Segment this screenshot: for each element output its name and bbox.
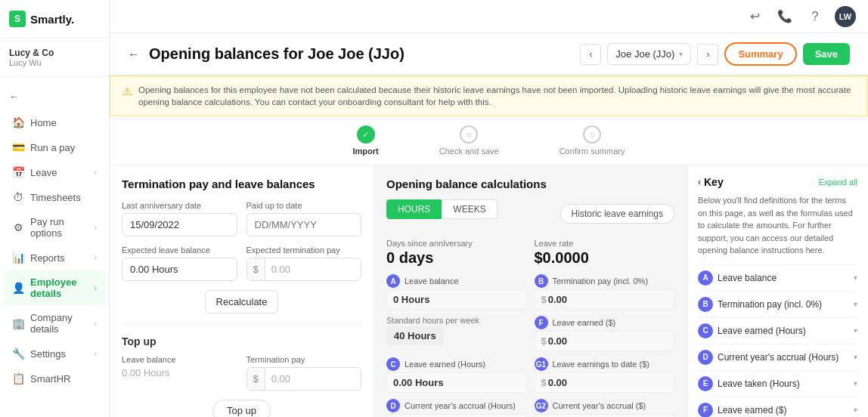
key-item-c[interactable]: C Leave earned (Hours) ▾ <box>698 317 857 344</box>
sidebar-item-run-a-pay[interactable]: 💳 Run a pay <box>3 135 106 159</box>
prev-employee-button[interactable]: ‹ <box>580 44 601 65</box>
key-title-text: Key <box>704 176 724 188</box>
leave-icon: 📅 <box>12 166 24 178</box>
label-b: Termination pay (incl. 0%) <box>553 276 649 286</box>
employee-selector[interactable]: Joe Joe (JJo) ▾ <box>607 43 691 65</box>
step-check-save[interactable]: ○ Check and save <box>439 125 499 156</box>
step-import[interactable]: ✓ Import <box>353 125 379 156</box>
user-avatar[interactable]: LW <box>835 6 856 27</box>
calc-row-ab: A Leave balance 0 Hours B Termination pa… <box>386 274 674 310</box>
expected-term-input-group: $ <box>246 258 362 281</box>
value-a: 0 Hours <box>386 289 527 310</box>
sidebar-item-settings[interactable]: 🔧 Settings › <box>3 341 106 366</box>
reply-icon[interactable]: ↩ <box>744 6 765 27</box>
calc-item-c: C Leave earned (Hours) 0.00 Hours <box>386 357 527 393</box>
termination-pay-input[interactable] <box>265 368 361 390</box>
key-title: ‹ Key <box>698 176 724 188</box>
key-item-f[interactable]: F Leave earned ($) ▾ <box>698 397 857 417</box>
label-g2: Current year's accrual ($) <box>553 401 646 410</box>
expand-all-button[interactable]: Expand all <box>819 178 857 187</box>
page-title: Opening balances for Joe Joe (JJo) <box>149 45 405 63</box>
sidebar-back-button[interactable]: ← <box>0 83 109 110</box>
middle-panel: Opening balance calculations HOURS WEEKS… <box>374 165 687 417</box>
leave-balance-label: Leave balance <box>122 355 237 364</box>
value-g1-num: 0.00 <box>548 377 567 388</box>
form-group-expected-leave: Expected leave balance <box>122 246 237 281</box>
dollar-sym-g1: $ <box>541 377 547 388</box>
summary-button[interactable]: Summary <box>724 42 796 66</box>
phone-icon[interactable]: 📞 <box>774 6 795 27</box>
key-item-b[interactable]: B Termination pay (incl. 0%) ▾ <box>698 291 857 317</box>
key-item-a[interactable]: A Leave balance ▾ <box>698 264 857 291</box>
employee-icon: 👤 <box>12 282 24 294</box>
calc-item-g1: G1 Leave earnings to date ($) $0.00 <box>535 357 675 393</box>
sidebar-item-pay-run-options[interactable]: ⚙ Pay run options › <box>3 210 106 245</box>
step-label-confirm: Confirm summary <box>560 147 625 156</box>
sidebar-item-label: Pay run options <box>30 216 88 239</box>
tab-hours[interactable]: HOURS <box>386 199 442 219</box>
chevron-right-icon: › <box>95 168 97 177</box>
step-circle-import: ✓ <box>357 125 375 144</box>
value-b-num: 0.00 <box>548 294 567 305</box>
key-letter-d: D <box>698 350 713 365</box>
left-panel: Termination pay and leave balances Last … <box>110 165 374 417</box>
step-confirm[interactable]: ○ Confirm summary <box>560 125 625 156</box>
key-letter-b: B <box>698 297 713 312</box>
historic-earnings-button[interactable]: Historic leave earnings <box>560 204 674 224</box>
calc-item-d: D Current year's accrual (Hours) 0.00 Ho… <box>386 399 527 417</box>
page-header-right: ‹ Joe Joe (JJo) ▾ › Summary Save <box>580 42 850 66</box>
steps-bar: ✓ Import ○ Check and save ○ Confirm summ… <box>110 116 868 165</box>
sidebar-item-label: Employee details <box>30 276 88 299</box>
step-label-import: Import <box>353 147 379 156</box>
sidebar-item-reports[interactable]: 📊 Reports › <box>3 246 106 270</box>
calc-row-dg2: D Current year's accrual (Hours) 0.00 Ho… <box>386 399 674 417</box>
sidebar-item-company-details[interactable]: 🏢 Company details › <box>3 306 106 341</box>
top-up-leave-balance: Leave balance 0.00 Hours <box>122 355 237 391</box>
days-since-value: 0 days <box>386 249 527 267</box>
value-b: $0.00 <box>535 289 675 310</box>
expected-leave-input[interactable] <box>122 258 237 281</box>
logo-icon: S <box>9 11 26 27</box>
content-area: Termination pay and leave balances Last … <box>110 165 868 417</box>
key-item-e[interactable]: E Leave taken (Hours) ▾ <box>698 370 857 397</box>
sidebar-item-smarthr[interactable]: 📋 SmartHR <box>3 366 106 391</box>
sidebar-item-home[interactable]: 🏠 Home <box>3 110 106 134</box>
calc-header-b: B Termination pay (incl. 0%) <box>535 274 675 288</box>
key-label-a: Leave balance <box>718 273 777 283</box>
sidebar-item-leave[interactable]: 📅 Leave › <box>3 160 106 184</box>
key-letter-a: A <box>698 270 713 286</box>
anniversary-input[interactable] <box>122 213 237 236</box>
key-letter-f: F <box>698 403 713 417</box>
sidebar-item-label: Settings <box>30 348 66 360</box>
expected-term-input[interactable] <box>265 258 361 280</box>
save-button[interactable]: Save <box>803 43 850 65</box>
timesheets-icon: ⏱ <box>12 191 24 203</box>
paid-up-input[interactable] <box>246 213 362 236</box>
employee-name: Joe Joe (JJo) <box>615 48 674 60</box>
termination-panel-title: Termination pay and leave balances <box>122 178 361 190</box>
tab-weeks[interactable]: WEEKS <box>442 199 497 219</box>
payrun-icon: ⚙ <box>12 221 24 233</box>
logo-text: Smartly. <box>30 13 74 26</box>
sidebar-item-employee-details[interactable]: 👤 Employee details › <box>3 270 106 305</box>
recalculate-button[interactable]: Recalculate <box>205 290 279 314</box>
key-label-e: Leave taken (Hours) <box>718 378 800 389</box>
key-item-d[interactable]: D Current year's accrual (Hours) ▾ <box>698 344 857 370</box>
key-label-d: Current year's accrual (Hours) <box>718 352 839 363</box>
next-employee-button[interactable]: › <box>697 44 718 65</box>
sidebar-item-timesheets[interactable]: ⏱ Timesheets <box>3 185 106 209</box>
chevron-down-icon: ▾ <box>854 379 857 388</box>
key-item-left-e: E Leave taken (Hours) <box>698 376 800 391</box>
label-g1: Leave earnings to date ($) <box>553 360 649 369</box>
pay-icon: 💳 <box>12 141 24 153</box>
calc-item-f: F Leave earned ($) $0.00 <box>535 316 675 351</box>
section-divider <box>122 324 361 325</box>
std-hours-value: 40 Hours <box>386 326 444 345</box>
chevron-right-icon: › <box>95 254 97 262</box>
top-up-button[interactable]: Top up <box>212 400 271 417</box>
value-g1: $0.00 <box>535 372 675 393</box>
key-letter-c: C <box>698 323 713 338</box>
help-icon[interactable]: ? <box>804 6 826 27</box>
page-back-button[interactable]: ← <box>128 48 140 61</box>
sidebar-item-label: Home <box>30 117 57 128</box>
